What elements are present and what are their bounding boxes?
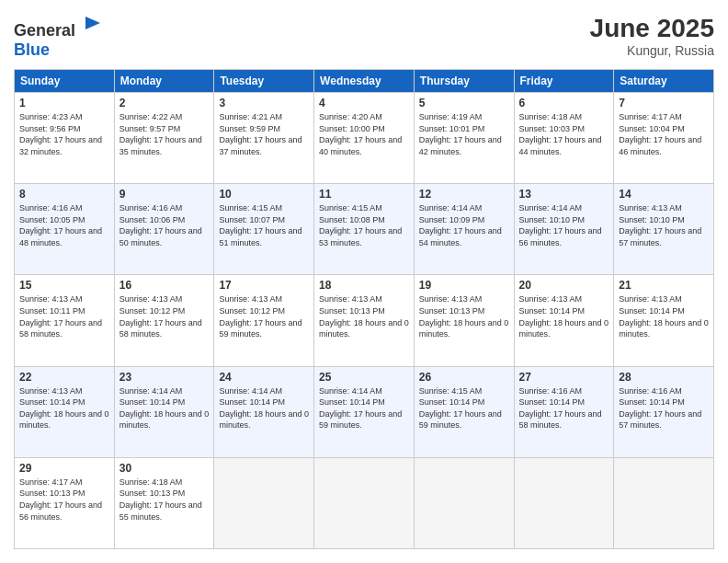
day-18: 18 Sunrise: 4:13 AMSunset: 10:13 PMDayli…: [314, 275, 415, 366]
day-empty-5: [614, 457, 714, 548]
day-7: 7 Sunrise: 4:17 AMSunset: 10:04 PMDaylig…: [614, 93, 714, 184]
logo-blue: Blue: [14, 40, 50, 59]
day-11: 11 Sunrise: 4:15 AMSunset: 10:08 PMDayli…: [314, 184, 415, 275]
calendar-table: Sunday Monday Tuesday Wednesday Thursday…: [14, 69, 714, 549]
logo: General Blue: [14, 14, 104, 60]
day-12: 12 Sunrise: 4:14 AMSunset: 10:09 PMDayli…: [414, 184, 514, 275]
logo-general: General: [14, 21, 75, 40]
day-15: 15 Sunrise: 4:13 AMSunset: 10:11 PMDayli…: [15, 275, 115, 366]
location-subtitle: Kungur, Russia: [590, 43, 714, 58]
logo-flag-icon: [82, 14, 104, 36]
day-29: 29 Sunrise: 4:17 AMSunset: 10:13 PMDayli…: [15, 457, 115, 548]
day-16: 16 Sunrise: 4:13 AMSunset: 10:12 PMDayli…: [114, 275, 214, 366]
day-24: 24 Sunrise: 4:14 AMSunset: 10:14 PMDayli…: [214, 366, 314, 457]
col-sunday: Sunday: [15, 70, 115, 93]
day-26: 26 Sunrise: 4:15 AMSunset: 10:14 PMDayli…: [414, 366, 514, 457]
day-25: 25 Sunrise: 4:14 AMSunset: 10:14 PMDayli…: [314, 366, 415, 457]
day-19: 19 Sunrise: 4:13 AMSunset: 10:13 PMDayli…: [414, 275, 514, 366]
day-13: 13 Sunrise: 4:14 AMSunset: 10:10 PMDayli…: [514, 184, 614, 275]
day-8: 8 Sunrise: 4:16 AMSunset: 10:05 PMDaylig…: [15, 184, 115, 275]
calendar-week-3: 15 Sunrise: 4:13 AMSunset: 10:11 PMDayli…: [15, 275, 714, 366]
day-2: 2 Sunrise: 4:22 AMSunset: 9:57 PMDayligh…: [114, 93, 214, 184]
day-empty-3: [414, 457, 514, 548]
day-3: 3 Sunrise: 4:21 AMSunset: 9:59 PMDayligh…: [214, 93, 314, 184]
month-title: June 2025: [590, 14, 714, 43]
col-wednesday: Wednesday: [314, 70, 415, 93]
calendar-week-1: 1 Sunrise: 4:23 AMSunset: 9:56 PMDayligh…: [15, 93, 714, 184]
svg-marker-0: [85, 17, 100, 29]
day-20: 20 Sunrise: 4:13 AMSunset: 10:14 PMDayli…: [514, 275, 614, 366]
day-14: 14 Sunrise: 4:13 AMSunset: 10:10 PMDayli…: [614, 184, 714, 275]
col-monday: Monday: [114, 70, 214, 93]
day-23: 23 Sunrise: 4:14 AMSunset: 10:14 PMDayli…: [114, 366, 214, 457]
day-9: 9 Sunrise: 4:16 AMSunset: 10:06 PMDaylig…: [114, 184, 214, 275]
day-28: 28 Sunrise: 4:16 AMSunset: 10:14 PMDayli…: [614, 366, 714, 457]
calendar-week-2: 8 Sunrise: 4:16 AMSunset: 10:05 PMDaylig…: [15, 184, 714, 275]
day-21: 21 Sunrise: 4:13 AMSunset: 10:14 PMDayli…: [614, 275, 714, 366]
day-1: 1 Sunrise: 4:23 AMSunset: 9:56 PMDayligh…: [15, 93, 115, 184]
day-17: 17 Sunrise: 4:13 AMSunset: 10:12 PMDayli…: [214, 275, 314, 366]
logo-wordmark: General Blue: [14, 14, 104, 60]
col-tuesday: Tuesday: [214, 70, 314, 93]
day-30: 30 Sunrise: 4:18 AMSunset: 10:13 PMDayli…: [114, 457, 214, 548]
calendar-week-4: 22 Sunrise: 4:13 AMSunset: 10:14 PMDayli…: [15, 366, 714, 457]
day-empty-1: [214, 457, 314, 548]
day-empty-4: [514, 457, 614, 548]
day-6: 6 Sunrise: 4:18 AMSunset: 10:03 PMDaylig…: [514, 93, 614, 184]
day-5: 5 Sunrise: 4:19 AMSunset: 10:01 PMDaylig…: [414, 93, 514, 184]
col-thursday: Thursday: [414, 70, 514, 93]
col-saturday: Saturday: [614, 70, 714, 93]
title-block: June 2025 Kungur, Russia: [590, 14, 714, 58]
col-friday: Friday: [514, 70, 614, 93]
page: General Blue June 2025 Kungur, Russia Su…: [0, 0, 728, 563]
calendar-week-5: 29 Sunrise: 4:17 AMSunset: 10:13 PMDayli…: [15, 457, 714, 548]
day-10: 10 Sunrise: 4:15 AMSunset: 10:07 PMDayli…: [214, 184, 314, 275]
calendar-header-row: Sunday Monday Tuesday Wednesday Thursday…: [15, 70, 714, 93]
day-27: 27 Sunrise: 4:16 AMSunset: 10:14 PMDayli…: [514, 366, 614, 457]
day-4: 4 Sunrise: 4:20 AMSunset: 10:00 PMDaylig…: [314, 93, 415, 184]
day-22: 22 Sunrise: 4:13 AMSunset: 10:14 PMDayli…: [15, 366, 115, 457]
header: General Blue June 2025 Kungur, Russia: [14, 14, 714, 60]
day-empty-2: [314, 457, 415, 548]
